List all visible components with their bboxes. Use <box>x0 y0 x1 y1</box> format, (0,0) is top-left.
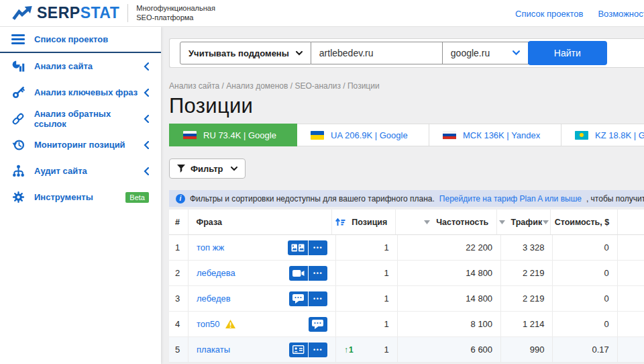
ellipsis-icon: ••• <box>313 295 323 302</box>
more-features-badge[interactable]: ••• <box>309 266 327 281</box>
keyword-link[interactable]: топ50 <box>197 319 220 329</box>
logo-divider <box>127 4 128 22</box>
serp-feature-pictures-badge[interactable] <box>288 240 308 255</box>
phrase-cell: плакаты ••• <box>189 337 336 362</box>
sidebar-item-backlink-analysis[interactable]: Анализ обратных ссылок <box>0 105 161 132</box>
sitemap-icon <box>11 165 25 177</box>
serp-feature-comments-badge[interactable] <box>289 291 308 306</box>
plan-restriction-banner: i Фильтры и сортировки недоступны для ва… <box>169 190 644 207</box>
gear-icon <box>11 191 25 203</box>
search-engine-select[interactable]: google.ru <box>443 42 529 64</box>
col-header-phrase: Фраза <box>189 210 333 234</box>
position-cell: 1 <box>336 312 398 336</box>
breadcrumb: Анализ сайта / Анализ доменов / SEO-анал… <box>169 81 644 91</box>
breadcrumb-item[interactable]: Анализ сайта <box>169 81 219 91</box>
phrase-cell: топ жж ••• <box>189 235 336 260</box>
search-submit-button[interactable]: Найти <box>528 41 607 65</box>
keyword-link[interactable]: топ жж <box>197 242 224 253</box>
sort-down-icon <box>424 220 430 224</box>
tab-kz-google[interactable]: KZ 18.8K | Google <box>561 124 644 146</box>
keyword-link[interactable]: лебедева <box>197 268 235 278</box>
breadcrumb-item[interactable]: Анализ доменов <box>226 81 288 91</box>
comments-icon <box>312 320 324 329</box>
chevron-left-icon <box>144 115 149 123</box>
sidebar-item-project-list[interactable]: Список проектов <box>0 27 161 53</box>
more-features-badge[interactable]: ••• <box>309 291 327 306</box>
header-link-project-list[interactable]: Список проектов <box>515 9 583 19</box>
sidebar-item-site-analysis[interactable]: Анализ сайта <box>0 53 161 79</box>
table-row: 4 топ50 1 8 100 1 214 0 <box>169 312 644 337</box>
table-row: 5 плакаты ••• ↑11 6 600 990 0.17 <box>169 337 644 363</box>
header-link-features[interactable]: Возможности <box>598 9 644 19</box>
region-tabs: RU 73.4K | Google UA 206.9K | Google МСК… <box>169 124 644 146</box>
subdomains-dropdown[interactable]: Учитывать поддомены <box>180 42 311 64</box>
brand-name: SERPSTAT <box>37 4 119 22</box>
domain-input[interactable] <box>311 42 443 64</box>
cost-cell: 0 <box>553 286 617 311</box>
brand-tagline: Многофункциональная SEO-платформа <box>136 4 215 23</box>
volume-cell: 22 200 <box>398 235 501 260</box>
filter-button[interactable]: Фильтр <box>169 158 246 179</box>
more-features-badge[interactable]: ••• <box>309 240 327 255</box>
warning-icon[interactable] <box>225 320 235 328</box>
row-number: 4 <box>169 312 189 336</box>
ru-flag-icon <box>443 131 456 140</box>
chevron-down-icon <box>513 50 520 56</box>
beta-badge: Beta <box>125 192 149 203</box>
row-number: 1 <box>169 235 189 260</box>
sidebar-item-site-audit[interactable]: Аудит сайта <box>0 158 161 184</box>
comments-icon <box>292 294 305 304</box>
id-card-icon <box>292 345 305 354</box>
row-number: 2 <box>169 261 189 285</box>
arrow-up-icon: ↑ <box>344 345 348 355</box>
sidebar-item-rank-monitoring[interactable]: Мониторинг позиций <box>0 132 161 158</box>
funnel-icon <box>177 165 185 173</box>
tab-ru-google[interactable]: RU 73.4K | Google <box>169 124 297 146</box>
col-header-position[interactable]: Позиция <box>332 210 396 234</box>
sort-down-icon <box>499 220 505 224</box>
extra-cell <box>618 337 644 362</box>
tab-msk-yandex[interactable]: МСК 136K | Yandex <box>429 124 561 146</box>
position-cell: 1 <box>336 261 398 285</box>
sidebar-item-tools[interactable]: Инструменты Beta <box>0 184 161 210</box>
serpstat-logo[interactable]: SERPSTAT <box>12 4 119 22</box>
serp-feature-video-badge[interactable] <box>289 266 308 281</box>
history-icon <box>11 138 25 151</box>
volume-cell: 14 800 <box>398 261 501 285</box>
cost-cell: 0 <box>553 261 617 285</box>
row-number: 5 <box>169 337 189 362</box>
col-header-cost[interactable]: Стоимость, $ <box>551 210 618 234</box>
ellipsis-icon: ••• <box>313 244 323 251</box>
sidebar-item-keyword-analysis[interactable]: Анализ ключевых фраз <box>0 79 161 105</box>
chevron-down-icon <box>296 51 303 56</box>
page-title: Позиции <box>169 94 644 118</box>
main-content: Учитывать поддомены google.ru Найти Анал… <box>161 27 644 364</box>
volume-cell: 14 800 <box>398 286 501 311</box>
volume-cell: 8 100 <box>398 312 501 336</box>
breadcrumb-item[interactable]: SEO-анализ <box>294 81 341 91</box>
table-row: 1 топ жж ••• 1 22 200 3 328 0 <box>169 235 644 261</box>
hamburger-icon <box>11 34 25 44</box>
table-row: 2 лебедева ••• 1 14 800 2 219 0 <box>169 261 644 286</box>
key-icon <box>11 86 25 99</box>
col-header-volume[interactable]: Частотность <box>396 210 497 234</box>
extra-cell <box>618 261 644 285</box>
keyword-link[interactable]: плакаты <box>197 345 230 355</box>
traffic-cell: 2 219 <box>501 286 553 311</box>
keyword-link[interactable]: лебедев <box>197 293 231 304</box>
table-header-row: # Фраза Позиция Частотность Трафик Стоим… <box>169 210 644 235</box>
phrase-cell: лебедева ••• <box>189 261 336 285</box>
serp-feature-comments-badge[interactable] <box>309 317 327 332</box>
cost-cell: 0.17 <box>553 337 617 362</box>
extra-cell <box>618 312 644 336</box>
upgrade-plan-link[interactable]: Перейдите на тариф Plan A или выше <box>439 194 582 203</box>
serp-feature-id-card-badge[interactable] <box>289 343 308 357</box>
chevron-down-icon <box>231 167 237 171</box>
tab-ua-google[interactable]: UA 206.9K | Google <box>297 124 429 146</box>
sidebar-nav: Список проектов Анализ сайта Анализ ключ… <box>0 27 161 364</box>
more-features-badge[interactable]: ••• <box>309 343 327 357</box>
volume-cell: 6 600 <box>398 337 501 362</box>
cost-cell: 0 <box>553 312 617 336</box>
cost-cell: 0 <box>553 235 617 260</box>
traffic-cell: 1 214 <box>501 312 553 336</box>
